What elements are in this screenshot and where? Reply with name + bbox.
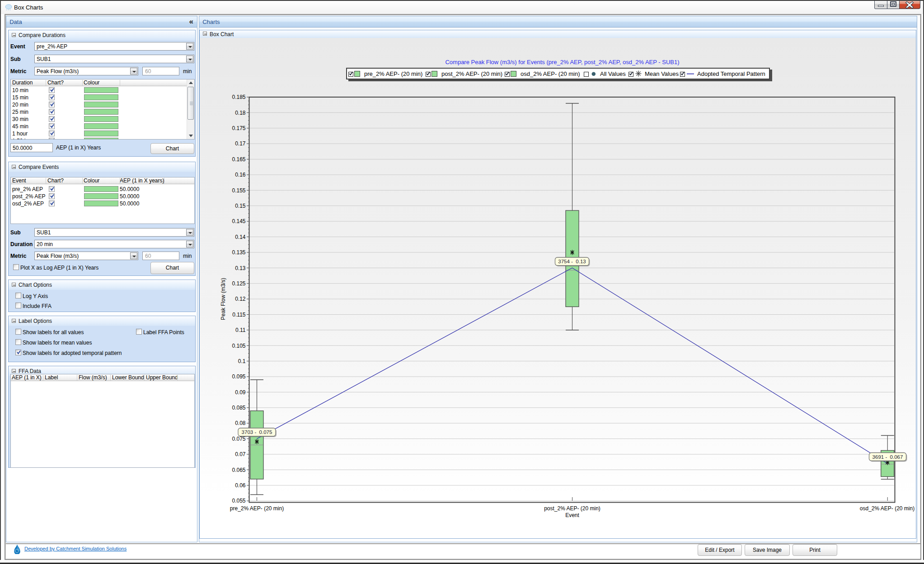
svg-text:0.065: 0.065 — [232, 467, 245, 473]
svg-text:0.085: 0.085 — [232, 405, 245, 411]
svg-text:0.135: 0.135 — [232, 249, 245, 256]
svg-text:Peak Flow (m3/s): Peak Flow (m3/s) — [220, 278, 226, 320]
svg-text:3754 - 0.13: 3754 - 0.13 — [558, 259, 586, 264]
svg-text:0.095: 0.095 — [232, 373, 245, 380]
svg-text:Event: Event — [565, 512, 579, 518]
svg-text:0.125: 0.125 — [232, 280, 245, 287]
svg-text:0.115: 0.115 — [232, 312, 245, 318]
svg-text:0.145: 0.145 — [232, 218, 245, 224]
svg-text:3703 - 0.075: 3703 - 0.075 — [242, 429, 272, 435]
svg-text:3691 - 0.067: 3691 - 0.067 — [872, 454, 903, 460]
svg-text:0.12: 0.12 — [235, 296, 246, 302]
svg-text:post_2% AEP- (20 min): post_2% AEP- (20 min) — [544, 505, 600, 512]
svg-text:0.09: 0.09 — [235, 389, 246, 396]
svg-text:0.13: 0.13 — [235, 265, 246, 271]
svg-text:0.105: 0.105 — [232, 343, 245, 349]
svg-text:pre_2% AEP- (20 min): pre_2% AEP- (20 min) — [230, 505, 284, 512]
svg-text:0.18: 0.18 — [235, 110, 246, 116]
svg-text:0.06: 0.06 — [235, 482, 246, 489]
svg-text:0.185: 0.185 — [232, 94, 245, 100]
svg-text:0.07: 0.07 — [235, 451, 246, 457]
svg-text:0.17: 0.17 — [235, 140, 246, 147]
svg-text:0.155: 0.155 — [232, 187, 245, 194]
svg-text:0.16: 0.16 — [235, 172, 246, 178]
svg-text:0.055: 0.055 — [232, 498, 245, 504]
svg-text:0.14: 0.14 — [235, 234, 246, 240]
svg-text:0.15: 0.15 — [235, 203, 246, 209]
svg-text:0.11: 0.11 — [235, 327, 246, 333]
svg-text:0.08: 0.08 — [235, 420, 246, 426]
svg-text:0.165: 0.165 — [232, 156, 245, 163]
svg-text:0.175: 0.175 — [232, 125, 245, 131]
svg-text:osd_2% AEP- (20 min): osd_2% AEP- (20 min) — [860, 505, 915, 512]
svg-text:0.1: 0.1 — [238, 358, 246, 364]
